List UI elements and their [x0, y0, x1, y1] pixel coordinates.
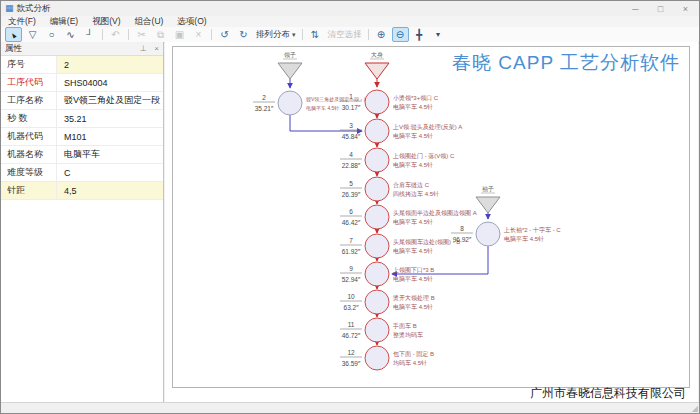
property-value[interactable]: 2: [57, 56, 163, 73]
toolbar-separator: [211, 29, 212, 40]
property-label: 机器代码: [1, 128, 57, 145]
property-label: 难度等级: [1, 164, 57, 181]
delete-button[interactable]: ×: [190, 27, 207, 42]
clear-selection-button[interactable]: 清空选择: [325, 28, 365, 41]
property-label: 秒 数: [1, 110, 57, 127]
property-row: 机器名称 电脑平车: [1, 146, 163, 164]
rotate-left-button[interactable]: ↺: [216, 27, 233, 42]
window-controls: ─ □ ×: [623, 1, 698, 16]
company-name: 广州市春晓信息科技有限公司: [530, 385, 686, 402]
property-value[interactable]: 35.21: [57, 110, 163, 127]
swap-order-button[interactable]: ⇅: [307, 27, 324, 42]
property-panel-header: 属性 ⊥ ×: [1, 42, 163, 56]
chevron-down-icon: ▾: [292, 31, 296, 39]
toolbar-overflow-button[interactable]: ▾: [430, 27, 447, 42]
app-window: ▦ 款式分析 ─ □ × 文件(F) 编辑(E) 视图(V) 组合(U) 选项(…: [0, 0, 700, 414]
polyline-tool-button[interactable]: ┘: [81, 27, 98, 42]
property-row: 机器代码 M101: [1, 128, 163, 146]
property-panel-title: 属性: [5, 43, 22, 55]
property-value[interactable]: 4,5: [57, 182, 163, 199]
property-row: 工序名称 驳V领三角处及固定一段: [1, 92, 163, 110]
toolbar: ▲ ▽ ○ ∿ ┘ ↶ ✂ ⧉ ▣ × ↺ ↻ 排列分布▾ ⇅ 清空选择 ⊕ ⊖…: [1, 27, 699, 43]
rotate-right-button[interactable]: ↻: [235, 27, 252, 42]
menu-file[interactable]: 文件(F): [1, 16, 43, 27]
close-button[interactable]: ×: [673, 1, 698, 16]
diagram-canvas[interactable]: 春晓 CAPP 工艺分析软件 广州市春晓信息科技有限公司: [165, 42, 698, 403]
property-value[interactable]: C: [57, 164, 163, 181]
canvas-watermark-title: 春晓 CAPP 工艺分析软件: [452, 50, 680, 76]
property-label: 机器名称: [1, 146, 57, 163]
property-row: 针距 4,5: [1, 182, 163, 200]
property-label: 针距: [1, 182, 57, 199]
select-tool-button[interactable]: ▲: [5, 27, 22, 42]
maximize-button[interactable]: □: [648, 1, 673, 16]
menu-edit[interactable]: 编辑(E): [43, 16, 85, 27]
undo-button[interactable]: ↶: [107, 27, 124, 42]
curve-tool-button[interactable]: ∿: [62, 27, 79, 42]
paste-button[interactable]: ▣: [171, 27, 188, 42]
menu-group[interactable]: 组合(U): [128, 16, 171, 27]
property-row: 难度等级 C: [1, 164, 163, 182]
triangle-tool-button[interactable]: ▽: [24, 27, 41, 42]
menu-view[interactable]: 视图(V): [85, 16, 127, 27]
property-value[interactable]: SHS04004: [57, 74, 163, 91]
copy-button[interactable]: ⧉: [152, 27, 169, 42]
minimize-button[interactable]: ─: [623, 1, 648, 16]
resize-grip[interactable]: ◢: [692, 404, 698, 413]
toolbar-separator: [302, 29, 303, 40]
circle-tool-button[interactable]: ○: [43, 27, 60, 42]
pan-button[interactable]: ╋: [411, 27, 428, 42]
zoom-out-button[interactable]: ⊖: [392, 27, 409, 42]
toolbar-separator: [368, 29, 369, 40]
pin-icon[interactable]: ⊥: [137, 44, 150, 53]
property-row: 秒 数 35.21: [1, 110, 163, 128]
arrange-distribute-label: 排列分布: [256, 29, 290, 41]
toolbar-separator: [102, 29, 103, 40]
zoom-in-button[interactable]: ⊕: [373, 27, 390, 42]
property-row: 工序代码 SHS04004: [1, 74, 163, 92]
title-bar: ▦ 款式分析 ─ □ ×: [1, 1, 699, 16]
property-value[interactable]: M101: [57, 128, 163, 145]
cut-button[interactable]: ✂: [133, 27, 150, 42]
property-label: 序号: [1, 56, 57, 73]
property-label: 工序代码: [1, 74, 57, 91]
property-value[interactable]: 电脑平车: [57, 146, 163, 163]
arrange-distribute-button[interactable]: 排列分布▾: [253, 28, 299, 41]
panel-close-icon[interactable]: ×: [150, 44, 163, 53]
pointer-icon: ▲: [8, 29, 19, 41]
property-row: 序号 2: [1, 56, 163, 74]
status-bar: ◢: [1, 402, 699, 413]
property-label: 工序名称: [1, 92, 57, 109]
window-title: 款式分析: [17, 3, 51, 15]
app-icon: ▦: [5, 1, 14, 16]
menu-options[interactable]: 选项(O): [170, 16, 213, 27]
page-border: [172, 46, 690, 388]
property-panel: 属性 ⊥ × 序号 2 工序代码 SHS04004 工序名称 驳V领三角处及固定…: [1, 42, 164, 403]
menu-bar: 文件(F) 编辑(E) 视图(V) 组合(U) 选项(O): [1, 16, 699, 27]
toolbar-separator: [128, 29, 129, 40]
property-value[interactable]: 驳V领三角处及固定一段: [57, 92, 163, 109]
